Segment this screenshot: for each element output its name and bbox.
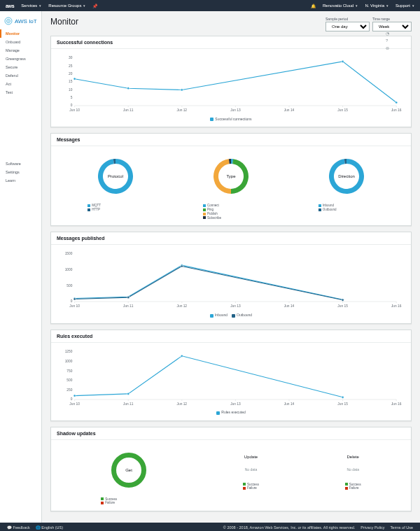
donut-get: Get SuccessFailure [101,446,157,506]
svg-point-83 [181,355,183,357]
svg-point-82 [127,392,130,395]
svg-point-81 [74,395,76,397]
svg-text:5: 5 [71,96,73,99]
svg-text:0: 0 [71,104,73,107]
svg-text:Type: Type [226,174,236,178]
svg-point-59 [342,299,344,302]
sidebar-item-secure[interactable]: Secure [0,63,41,71]
svg-text:Jun 12: Jun 12 [177,402,188,405]
donut-protocol: Protocol MQTTHTTP [88,152,144,220]
sidebar-item-manage[interactable]: Manage [0,46,41,55]
svg-text:1000: 1000 [65,268,73,271]
iot-icon [4,17,13,25]
nav-support[interactable]: Support [396,3,414,8]
chart-published: 050010001500Jun 10Jun 11Jun 12Jun 13Jun … [58,250,404,311]
sidebar-item-greengrass[interactable]: Greengrass [0,55,41,63]
sidebar-item-monitor[interactable]: Monitor [0,29,41,38]
svg-text:Jun 13: Jun 13 [230,402,241,405]
footer-terms[interactable]: Terms of Use [391,525,413,530]
svg-text:Jun 12: Jun 12 [177,304,188,308]
svg-text:750: 750 [66,369,72,372]
notifications-icon[interactable]: ◔ [386,31,389,36]
svg-text:Jun 15: Jun 15 [337,108,348,112]
svg-text:Jun 11: Jun 11 [123,108,134,112]
main-content: Monitor Sample period One day Time range… [42,11,420,523]
svg-text:30: 30 [69,56,73,59]
svg-text:25: 25 [69,64,73,68]
svg-text:Jun 13: Jun 13 [230,304,241,308]
sample-period-label: Sample period [326,17,370,21]
bell-icon[interactable]: 🔔 [311,3,316,8]
nav-services[interactable]: Services [21,3,41,8]
svg-point-58 [181,265,183,267]
sidebar-item-learn[interactable]: Learn [0,176,41,185]
service-brand[interactable]: AWS IoT [0,17,41,29]
footer: 💬 Feedback 🌐 English (US) © 2008 - 2018,… [0,523,420,531]
svg-text:0: 0 [71,397,73,401]
settings-gear-icon[interactable]: ⊚ [386,45,389,50]
svg-text:Jun 16: Jun 16 [391,402,402,405]
svg-point-29 [396,101,398,104]
svg-text:500: 500 [66,284,72,288]
svg-text:Jun 10: Jun 10 [69,402,80,405]
footer-copyright: © 2008 - 2018, Amazon Web Services, Inc.… [223,525,356,530]
footer-language[interactable]: 🌐 English (US) [36,525,63,530]
svg-text:1000: 1000 [65,360,73,363]
aws-logo[interactable]: aws [6,3,14,8]
svg-text:Jun 12: Jun 12 [177,108,188,112]
panel-messages: Messages Protocol MQTTHTTP Type ConnectP… [50,133,412,226]
svg-text:Jun 11: Jun 11 [123,304,134,308]
svg-text:Jun 16: Jun 16 [391,304,402,308]
sidebar-item-settings[interactable]: Settings [0,168,41,176]
svg-point-57 [127,297,130,299]
shadow-delete-empty: Delete No data SuccessFailure [345,446,361,506]
panel-published: Messages published 050010001500Jun 10Jun… [50,232,412,323]
donut-type: Type ConnectPingPublishSubscribe [203,152,259,220]
svg-point-84 [342,396,344,398]
pin-icon[interactable]: 📌 [92,3,97,8]
svg-text:Jun 14: Jun 14 [284,304,295,308]
time-range-label: Time range [372,17,412,21]
time-range-select[interactable]: Week [372,22,412,31]
footer-feedback[interactable]: 💬 Feedback [7,525,30,530]
sidebar-item-act[interactable]: Act [0,80,41,88]
svg-text:Get: Get [125,468,132,472]
svg-text:Jun 10: Jun 10 [69,304,80,308]
footer-privacy[interactable]: Privacy Policy [360,525,384,530]
sidebar-item-test[interactable]: Test [0,88,41,97]
svg-text:Jun 10: Jun 10 [69,108,80,112]
help-icon[interactable]: ? [386,38,389,43]
nav-account[interactable]: Renovatio Cloud [323,3,358,8]
svg-point-28 [342,60,344,62]
nav-resource-groups[interactable]: Resource Groups [48,3,85,8]
svg-text:10: 10 [69,88,73,92]
sidebar: AWS IoT MonitorOnboardManageGreengrassSe… [0,11,42,523]
svg-text:Jun 15: Jun 15 [337,304,348,308]
svg-text:500: 500 [66,378,72,382]
svg-text:Jun 14: Jun 14 [284,402,295,405]
svg-text:0: 0 [71,300,73,304]
svg-text:Jun 15: Jun 15 [337,402,348,405]
panel-shadow: Shadow updates Get SuccessFailure Update… [50,427,412,512]
page-title: Monitor [50,17,78,27]
svg-text:15: 15 [69,80,73,83]
chart-connections: 051015202530Jun 10Jun 11Jun 12Jun 13Jun … [58,55,404,115]
panel-rules: Rules executed 025050075010001250Jun 10J… [50,330,412,421]
svg-point-25 [74,78,76,80]
svg-text:Direction: Direction [338,174,355,178]
svg-text:Jun 13: Jun 13 [230,108,241,112]
shadow-update-empty: Update No data SuccessFailure [243,446,259,506]
svg-point-56 [74,298,76,300]
svg-text:Jun 16: Jun 16 [391,108,402,112]
chart-rules: 025050075010001250Jun 10Jun 11Jun 12Jun … [58,348,404,409]
svg-point-27 [181,89,183,91]
svg-text:Jun 14: Jun 14 [284,108,295,112]
sample-period-select[interactable]: One day [326,22,370,31]
svg-text:Jun 11: Jun 11 [123,402,134,405]
sidebar-item-onboard[interactable]: Onboard [0,38,41,46]
donut-direction: Direction InboundOutbound [318,152,374,220]
svg-text:Protocol: Protocol [108,174,123,178]
sidebar-item-software[interactable]: Software [0,160,41,168]
nav-region[interactable]: N. Virginia [365,3,388,8]
sidebar-item-defend[interactable]: Defend [0,71,41,80]
